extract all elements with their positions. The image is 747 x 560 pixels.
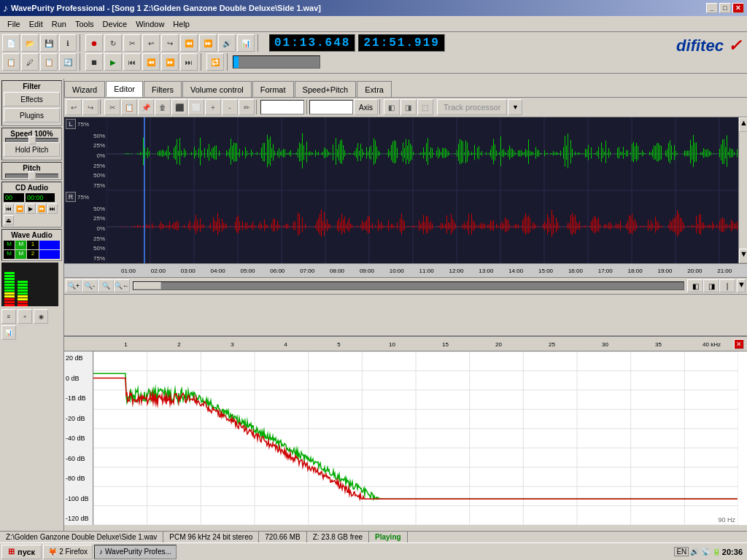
wave-vol2[interactable] [39,250,60,259]
delete-button[interactable]: 🗑 [155,99,171,115]
stop-button[interactable]: ⏹ [85,53,103,71]
eq-btn1[interactable]: ≡ [1,309,16,324]
close-button[interactable]: ✕ [732,3,744,13]
zoom-in-ed[interactable]: + [205,99,221,115]
tb2-3[interactable]: 📋 [40,53,58,71]
menu-item-window[interactable]: Window [131,18,169,30]
tab-editor[interactable]: Editor [106,81,143,97]
record-button[interactable]: ⏺ [85,34,103,52]
hold-pitch-button[interactable]: Hold Pitch [4,142,60,157]
waveform-canvas[interactable] [107,117,738,263]
menu-item-device[interactable]: Device [98,18,132,30]
paste-button[interactable]: 📌 [138,99,154,115]
save-button[interactable]: 💾 [40,34,58,52]
select-button[interactable]: ⬜ [188,99,204,115]
tab-volume-control[interactable]: Volume control [182,81,252,97]
speed-slider-track[interactable] [5,138,58,142]
new-button[interactable]: 📄 [2,34,20,52]
cut-button[interactable]: ✂ [104,99,120,115]
plugins-button[interactable]: Plugins [4,108,60,122]
copy-button[interactable]: 📋 [121,99,137,115]
effects-button[interactable]: Effects [4,92,60,106]
zoom-sel-button[interactable]: 🔍← [114,279,130,292]
tool7[interactable]: ⏩ [199,34,217,52]
undo-button[interactable]: ↩ [66,99,82,115]
rwd-button[interactable]: ⏪ [142,53,160,71]
menu-item-help[interactable]: Help [169,18,194,30]
prev-button[interactable]: ⏮ [123,53,141,71]
wave-mute2[interactable]: M [15,250,26,259]
scroll-right2[interactable]: | [719,279,735,292]
taskbar-wavepurity[interactable]: ♪ WavePurity Profes... [94,545,177,559]
track-dropdown[interactable]: ▼ [508,99,522,115]
tab-extra[interactable]: Extra [357,81,392,97]
menu-item-tools[interactable]: Tools [71,18,98,30]
zoom-scrollbar[interactable]: ▼ [737,279,746,292]
scroll-bar[interactable] [133,281,684,290]
open-button[interactable]: 📂 [21,34,39,52]
ed-btn-a[interactable]: ◧ [384,99,400,115]
tab-wizard[interactable]: Wizard [64,81,105,97]
info-button[interactable]: ℹ [59,34,77,52]
cd-fwd[interactable]: ⏩ [36,203,47,214]
tab-speed-pitch[interactable]: Speed+Pitch [295,81,357,97]
scroll-page-right[interactable]: ◨ [703,279,719,292]
wave-vol1[interactable] [39,241,60,249]
zoom-in-button[interactable]: 🔍+ [66,279,82,292]
tab-format[interactable]: Format [252,81,294,97]
taskbar-firefox[interactable]: 🦊 2 Firefox [43,545,93,559]
scrollbar-down[interactable]: ▼ [739,249,747,263]
pencil-button[interactable]: ✏ [239,99,255,115]
ed-btn-c[interactable]: ⬚ [417,99,433,115]
cd-rwd[interactable]: ⏪ [15,203,25,214]
pitch-slider-track[interactable] [5,174,58,178]
left-labels-L: L 75% 50% 25% 0% 25% 50% 75% [64,117,107,190]
value-input[interactable] [309,100,353,114]
tb2-2[interactable]: 🖊 [21,53,39,71]
waveform-scrollbar[interactable]: ▲ ▼ [738,117,747,263]
cd-play[interactable]: ▶ [26,203,36,214]
eq-btn4[interactable]: 📊 [1,325,16,340]
scroll-thumb[interactable] [133,282,161,289]
start-button[interactable]: ⊞ пуск [1,545,42,559]
scroll-page-left[interactable]: ◧ [687,279,703,292]
redo-button[interactable]: ↪ [82,99,98,115]
menu-item-run[interactable]: Run [47,18,71,30]
wave-mute1[interactable]: M [15,241,26,249]
tool9[interactable]: 📊 [237,34,255,52]
play-button[interactable]: ▶ [104,53,122,71]
track-processor-button[interactable]: Track processor [437,99,507,115]
next-button[interactable]: ⏭ [180,53,198,71]
refresh-button[interactable]: ↻ [104,34,122,52]
cd-prev[interactable]: ⏮ [4,203,14,214]
pitch-slider-thumb[interactable] [28,171,36,180]
tb2-1[interactable]: 📋 [2,53,20,71]
tool4[interactable]: ↩ [142,34,160,52]
tb2-4[interactable]: 🔄 [59,53,77,71]
cd-eject[interactable]: ⏏ [4,215,14,225]
scrollbar-up[interactable]: ▲ [739,117,747,132]
speed-slider-thumb[interactable] [28,136,36,144]
menu-item-file[interactable]: File [3,18,25,30]
tool3[interactable]: ✂ [123,34,141,52]
zoom-fit-button[interactable]: 🔍 [98,279,114,292]
progress-bar[interactable] [233,55,320,69]
axis-button[interactable]: Axis [354,99,378,115]
menu-item-edit[interactable]: Edit [25,18,47,30]
eq-btn2[interactable]: + [18,309,32,324]
minimize-button[interactable]: _ [706,3,718,13]
tool8[interactable]: 🔊 [218,34,236,52]
eq-btn3[interactable]: ◉ [34,309,48,324]
select-all-button[interactable]: ⬛ [171,99,187,115]
maximize-button[interactable]: □ [719,3,731,13]
fwd-button[interactable]: ⏩ [161,53,179,71]
loop-button[interactable]: 🔁 [206,53,224,71]
ed-btn-b[interactable]: ◨ [400,99,417,115]
cd-next[interactable]: ⏭ [47,203,58,214]
tool5[interactable]: ↪ [161,34,179,52]
zoom-out-button[interactable]: 🔍- [82,279,98,292]
tool6[interactable]: ⏪ [180,34,198,52]
name-input[interactable] [260,100,304,114]
tab-filters[interactable]: Filters [144,81,182,97]
zoom-out-ed[interactable]: - [222,99,238,115]
